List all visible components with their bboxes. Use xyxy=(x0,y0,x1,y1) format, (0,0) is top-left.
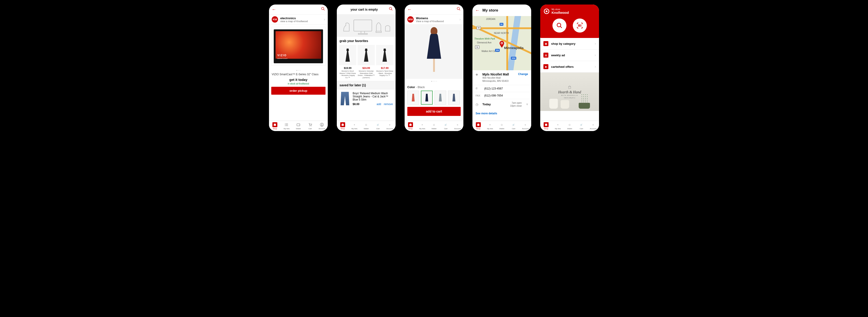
svg-point-8 xyxy=(285,125,285,125)
hours-row[interactable]: ◷ Today 7am open 10pm close ▾ xyxy=(472,99,531,109)
aisle-badge: W58 xyxy=(407,16,414,23)
map-label: NEAR NORTH xyxy=(494,32,509,34)
jeans-image xyxy=(340,92,350,106)
color-swatch[interactable] xyxy=(407,91,419,105)
search-button[interactable] xyxy=(553,19,566,33)
phone-home: My store Knollwood ▦ shop by category ›▤… xyxy=(540,4,599,131)
product-image[interactable] xyxy=(405,25,463,79)
svg-rect-30 xyxy=(477,124,479,126)
svg-point-13 xyxy=(311,126,311,126)
svg-rect-19 xyxy=(361,31,365,33)
tab-account[interactable]: Account xyxy=(316,121,328,131)
cart-icon: 🛒 xyxy=(375,122,380,127)
remove-link[interactable]: remove xyxy=(384,103,393,106)
wallet-icon: ▢ xyxy=(567,122,572,127)
back-icon[interactable]: ← xyxy=(407,7,412,12)
banner-subtitle: View a map of Knollwood xyxy=(416,20,460,23)
plant-image xyxy=(581,94,588,103)
tab-bar: Shop ≡My lists ▢Wallet 🛒Cart ☺Account xyxy=(405,121,463,131)
product-card[interactable]: VIZIO SMARTCAST xyxy=(271,27,326,66)
barcode-scan-button[interactable] xyxy=(573,19,587,33)
tab-lists[interactable]: My lists xyxy=(281,121,292,131)
store-phone[interactable]: (612)-123-4567 xyxy=(484,87,503,90)
wallet-icon: ▢ xyxy=(432,122,436,127)
promo-banner[interactable]: Hearth & Hand WITH MAGNOLIA new & only a… xyxy=(540,72,599,111)
tab-cart[interactable]: 🛒Cart xyxy=(508,121,520,131)
add-to-cart-button[interactable]: add to cart xyxy=(407,107,461,116)
tab-account[interactable]: ☺Account xyxy=(384,121,396,131)
wallet-icon: ▢ xyxy=(364,122,369,127)
tab-cart[interactable]: 🛒Cart xyxy=(372,121,384,131)
tab-wallet[interactable]: ▢Wallet xyxy=(564,121,576,131)
tab-shop[interactable]: Shop xyxy=(540,121,552,131)
tab-shop[interactable]: Shop xyxy=(269,121,281,131)
hero-store-name[interactable]: Knollwood xyxy=(552,11,569,14)
tab-account[interactable]: ☺Account xyxy=(587,121,599,131)
tab-lists[interactable]: ≡My lists xyxy=(416,121,428,131)
saved-item[interactable]: Boys' Relaxed Medium Wash Straight Jeans… xyxy=(337,89,396,108)
page-title: My store xyxy=(483,8,498,13)
tab-shop[interactable]: Shop xyxy=(337,121,348,131)
tab-cart[interactable]: Cart xyxy=(304,121,316,131)
color-swatch[interactable] xyxy=(434,91,446,105)
tab-lists[interactable]: ≡My lists xyxy=(484,121,496,131)
tab-bar: Shop My lists Wallet Cart Account xyxy=(269,121,328,131)
menu-item[interactable]: ▦ shop by category › xyxy=(540,38,599,50)
color-swatch[interactable] xyxy=(448,91,460,105)
map-pin-icon xyxy=(499,41,504,49)
tab-shop[interactable]: Shop xyxy=(405,121,416,131)
tab-account[interactable]: ☺Account xyxy=(452,121,463,131)
favorite-item[interactable]: $19.99 Women's Short Sleeve T-Shirt Dres… xyxy=(339,45,356,78)
lists-icon: ≡ xyxy=(488,122,493,127)
color-swatch[interactable] xyxy=(421,91,433,105)
saved-header: saved for later (1) xyxy=(337,81,396,89)
see-more-link[interactable]: See more details xyxy=(472,109,531,117)
tab-wallet[interactable]: Wallet xyxy=(292,121,304,131)
department-banner[interactable]: W58 Womens View a map of Knollwood › xyxy=(405,14,463,25)
saved-item-price: $8.00 xyxy=(352,103,360,106)
store-map[interactable]: JORDAN NEAR NORTH Theodore Wirth Park Gl… xyxy=(472,16,531,70)
back-icon[interactable]: ← xyxy=(475,8,480,13)
tab-bar: Shop ≡My lists ▢Wallet 🛒Cart ☺Account xyxy=(472,121,531,131)
favorite-item[interactable]: $24.99 Women's Victorian Sleeveless Shif… xyxy=(358,45,375,78)
dress-image xyxy=(358,45,375,65)
favorite-item[interactable]: $17.99 Women's Tank Dress - Black - Moss… xyxy=(376,45,393,78)
product-name: VIZIO SmartCast™ E-Series 32" Class xyxy=(269,73,328,76)
back-icon[interactable]: ← xyxy=(272,7,276,12)
dress-image xyxy=(339,45,356,65)
carousel-dots[interactable]: ● ○ ○ xyxy=(269,68,328,73)
close-time: 10pm close xyxy=(510,104,522,107)
map-label: Glenwood Ave xyxy=(477,41,491,44)
tab-wallet[interactable]: ▢Wallet xyxy=(428,121,440,131)
tab-lists[interactable]: ≡My lists xyxy=(348,121,360,131)
order-pickup-button[interactable]: order pickup xyxy=(271,87,326,95)
account-icon xyxy=(319,122,324,127)
search-icon[interactable] xyxy=(389,7,393,12)
tab-wallet[interactable]: ▢Wallet xyxy=(496,121,508,131)
add-link[interactable]: add xyxy=(377,103,381,106)
svg-rect-20 xyxy=(358,33,367,34)
search-icon[interactable] xyxy=(457,7,461,12)
tab-wallet[interactable]: ▢Wallet xyxy=(360,121,372,131)
directions-icon[interactable]: ◈ xyxy=(475,72,480,76)
menu-label: shop by category xyxy=(551,42,592,45)
map-shield: 94 xyxy=(500,23,503,26)
aisle-badge: K58 xyxy=(272,16,278,23)
tab-cart[interactable]: 🛒Cart xyxy=(576,121,587,131)
tab-lists[interactable]: ≡My lists xyxy=(552,121,564,131)
tab-cart[interactable]: 🛒Cart xyxy=(440,121,452,131)
search-icon[interactable] xyxy=(321,7,325,12)
hours-today: Today xyxy=(483,103,507,106)
menu-item[interactable]: ◉ cartwheel offers › xyxy=(540,61,599,72)
saved-item-name: Boys' Relaxed Medium Wash Straight Jeans… xyxy=(352,92,393,101)
lists-icon: ≡ xyxy=(352,122,357,127)
department-banner[interactable]: K58 electronics view a map of Knollwood … xyxy=(269,14,328,25)
change-store-link[interactable]: Change xyxy=(518,72,528,76)
carousel-dots[interactable]: ● ○ ○ ○ xyxy=(405,79,463,84)
menu-item[interactable]: ▤ weekly ad › xyxy=(540,50,599,61)
tab-account[interactable]: ☺Account xyxy=(520,121,531,131)
tab-shop[interactable]: Shop xyxy=(472,121,484,131)
account-icon: ☺ xyxy=(387,122,392,127)
chevron-right-icon: › xyxy=(460,18,461,22)
fav-name: Women's Victorian Sleeveless Shift Dress… xyxy=(358,70,375,78)
